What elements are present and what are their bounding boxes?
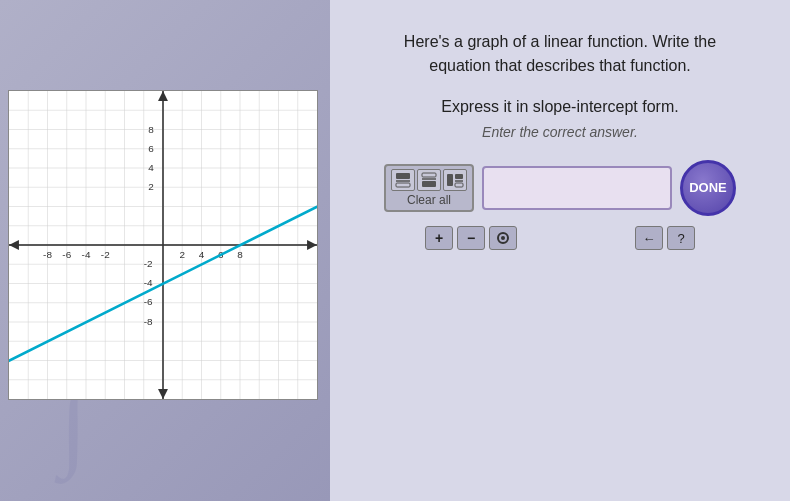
svg-text:-6: -6 <box>62 249 71 260</box>
circle-button[interactable] <box>489 226 517 250</box>
clear-all-button[interactable]: Clear all <box>407 193 451 207</box>
slope-intercept-label: Express it in slope-intercept form. <box>441 98 678 116</box>
plus-button[interactable]: + <box>425 226 453 250</box>
frac-mixed-btn[interactable] <box>443 169 467 191</box>
svg-rect-55 <box>396 183 410 187</box>
svg-text:-2: -2 <box>144 258 153 269</box>
math-buttons: + − <box>425 226 517 250</box>
left-panel: α ∫ <box>0 0 330 501</box>
right-panel: Here's a graph of a linear function. Wri… <box>330 0 790 501</box>
svg-rect-53 <box>396 173 410 179</box>
svg-rect-59 <box>447 174 453 186</box>
svg-rect-56 <box>422 173 436 177</box>
enter-answer-label: Enter the correct answer. <box>482 124 638 140</box>
svg-marker-32 <box>307 240 317 250</box>
input-row: Clear all DONE <box>384 160 736 216</box>
help-button[interactable]: ? <box>667 226 695 250</box>
svg-point-64 <box>501 236 505 240</box>
svg-text:8: 8 <box>148 124 154 135</box>
svg-text:2: 2 <box>179 249 185 260</box>
frac-top-row <box>391 169 467 191</box>
svg-text:8: 8 <box>237 249 243 260</box>
svg-marker-34 <box>158 91 168 101</box>
svg-rect-58 <box>422 181 436 187</box>
svg-text:6: 6 <box>148 143 154 154</box>
answer-input[interactable] <box>482 166 672 210</box>
svg-text:4: 4 <box>148 162 154 173</box>
graph-container: -8 -6 -4 -2 2 4 6 8 8 6 4 2 -2 -4 -6 -8 <box>8 90 318 400</box>
bottom-buttons-row: + − ← ? <box>425 226 695 250</box>
done-button[interactable]: DONE <box>680 160 736 216</box>
svg-text:-4: -4 <box>82 249 91 260</box>
svg-text:-6: -6 <box>144 296 153 307</box>
fraction-panel: Clear all <box>384 164 474 212</box>
svg-marker-33 <box>9 240 19 250</box>
svg-rect-60 <box>455 174 463 179</box>
frac-denominator-btn[interactable] <box>417 169 441 191</box>
back-button[interactable]: ← <box>635 226 663 250</box>
coordinate-graph: -8 -6 -4 -2 2 4 6 8 8 6 4 2 -2 -4 -6 -8 <box>9 91 317 399</box>
svg-text:-8: -8 <box>144 316 153 327</box>
minus-button[interactable]: − <box>457 226 485 250</box>
svg-text:-8: -8 <box>43 249 52 260</box>
problem-text: Here's a graph of a linear function. Wri… <box>404 30 716 78</box>
svg-text:2: 2 <box>148 181 154 192</box>
problem-line2: equation that describes that function. <box>429 57 691 74</box>
svg-text:-2: -2 <box>101 249 110 260</box>
svg-marker-35 <box>158 389 168 399</box>
frac-numerator-btn[interactable] <box>391 169 415 191</box>
svg-text:-4: -4 <box>144 277 153 288</box>
problem-line1: Here's a graph of a linear function. Wri… <box>404 33 716 50</box>
svg-rect-62 <box>455 183 463 187</box>
nav-buttons: ← ? <box>635 226 695 250</box>
svg-text:4: 4 <box>199 249 205 260</box>
